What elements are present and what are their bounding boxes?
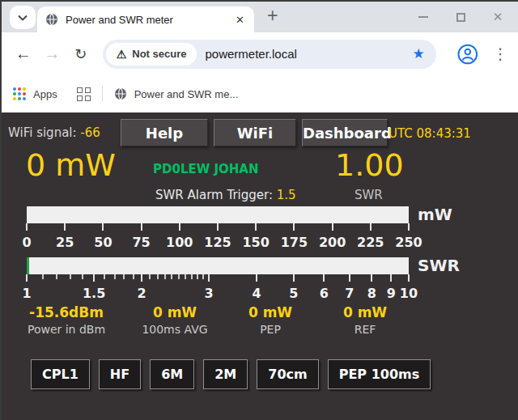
meter-major-tick: [293, 274, 295, 282]
meter-minor-tick: [123, 274, 125, 279]
active-tab[interactable]: Power and SWR meter ✕: [37, 6, 254, 32]
meter-tick-label: 125: [204, 235, 231, 250]
callsign: PD0LEW JOHAN: [153, 162, 259, 176]
meter-major-tick: [208, 274, 210, 282]
wifi-signal-label: WiFi signal:: [8, 125, 77, 140]
stat-value: 0 mW: [343, 304, 387, 320]
meter-tick-label: 10: [400, 286, 418, 301]
meter-tick-label: 250: [395, 235, 422, 250]
swr-meter: 11.52345678910SWR: [27, 257, 409, 302]
utc-clock: UTC 08:43:31: [388, 126, 471, 141]
maximize-button[interactable]: [442, 2, 479, 32]
chevron-down-icon: [18, 15, 28, 21]
bookmark-item[interactable]: Power and SWR me...: [114, 87, 239, 100]
apps-label[interactable]: Apps: [33, 88, 57, 100]
meter-major-tick: [64, 223, 66, 231]
browser-window: Power and SWR meter ✕ + ✕ ← → ↻ ⚠ Not se…: [0, 0, 518, 420]
warning-icon: ⚠: [117, 48, 127, 61]
new-tab-button[interactable]: +: [267, 5, 278, 27]
meter-tick-label: 1: [22, 286, 31, 301]
header-button-wifi[interactable]: WiFi: [214, 119, 296, 146]
header-buttons: HelpWiFiDashboard: [121, 119, 388, 146]
not-secure-label: Not secure: [132, 48, 186, 60]
meter-minor-tick: [70, 274, 71, 279]
meter-minor-tick: [104, 274, 105, 279]
tab-title: Power and SWR meter: [66, 14, 227, 26]
stat-label: PEP: [248, 323, 292, 336]
browser-toolbar: ← → ↻ ⚠ Not secure powermeter.local ★ ⋮: [2, 32, 518, 75]
swr-value: 1.00: [335, 147, 404, 183]
bookmark-title: Power and SWR me...: [134, 88, 239, 100]
meter-minor-tick: [202, 274, 204, 279]
meter-unit-label: SWR: [418, 257, 460, 274]
menu-kebab-icon[interactable]: ⋮: [492, 45, 508, 63]
header-button-help[interactable]: Help: [121, 119, 208, 146]
stat-100ms-avg: 0 mW100ms AVG: [142, 304, 207, 336]
profile-icon[interactable]: [457, 44, 478, 65]
tab-strip: Power and SWR meter ✕ + ✕: [2, 2, 518, 32]
url-text[interactable]: powermeter.local: [205, 47, 412, 61]
reading-list-grid-icon[interactable]: [77, 87, 91, 101]
meter-tick-label: 7: [345, 286, 354, 301]
header-button-dashboard[interactable]: Dashboard: [302, 119, 388, 146]
globe-favicon-icon: [45, 13, 58, 26]
meter-minor-tick: [171, 274, 172, 279]
tab-close-icon[interactable]: ✕: [234, 14, 246, 26]
band-button-cpl1[interactable]: CPL1: [31, 359, 90, 389]
stat-ref: 0 mWREF: [343, 304, 387, 336]
meter-tick-label: 8: [367, 286, 376, 301]
meter-tick-label: 1.5: [83, 286, 105, 301]
close-window-button[interactable]: ✕: [479, 2, 516, 32]
meter-bar: [27, 206, 409, 223]
meter-minor-tick: [42, 274, 44, 279]
band-button-70cm[interactable]: 70cm: [257, 359, 318, 389]
close-icon: ✕: [493, 10, 503, 24]
meter-tick-labels: 0255075100125150175200225250: [27, 235, 409, 251]
bookmark-star-icon[interactable]: ★: [412, 45, 424, 62]
meter-unit-label: mW: [418, 206, 452, 223]
wifi-signal: WiFi signal: -66: [8, 125, 100, 140]
meter-minor-tick: [149, 274, 151, 279]
meter-tick-label: 75: [132, 235, 150, 250]
meter-tick-label: 175: [281, 235, 308, 250]
meter-major-tick: [93, 274, 95, 282]
band-buttons: CPL1HF6M2M70cmPEP 100ms: [31, 359, 431, 389]
meter-minor-tick: [114, 274, 116, 279]
minimize-button[interactable]: [405, 2, 442, 32]
meter-major-tick: [141, 274, 142, 282]
band-button-hf[interactable]: HF: [99, 359, 141, 389]
band-button-6m[interactable]: 6M: [150, 359, 194, 389]
meter-tick-label: 2: [138, 286, 146, 301]
meter-ticks: [27, 223, 409, 232]
meter-minor-tick: [185, 274, 186, 279]
globe-bookmark-icon: [114, 87, 127, 100]
meter-tick-labels: 11.52345678910: [27, 286, 409, 302]
back-button[interactable]: ←: [11, 45, 36, 63]
apps-grid-icon[interactable]: [13, 87, 26, 100]
address-bar[interactable]: ⚠ Not secure powermeter.local ★: [103, 40, 436, 69]
stat-label: 100ms AVG: [142, 323, 207, 336]
meter-minor-tick: [197, 274, 198, 279]
meter-bar: [27, 257, 409, 274]
meter-tick-label: 0: [22, 235, 31, 250]
band-button-2m[interactable]: 2M: [203, 359, 248, 389]
meter-tick-label: 100: [166, 235, 193, 250]
reload-button[interactable]: ↻: [69, 45, 93, 63]
power-value: 0 mW: [26, 147, 116, 183]
tab-search-button[interactable]: [10, 6, 36, 29]
meter-major-tick: [332, 223, 333, 231]
forward-button[interactable]: →: [40, 45, 65, 63]
bookmarks-bar: Apps Power and SWR me...: [2, 75, 518, 112]
meter-major-tick: [408, 274, 410, 282]
meter-tick-label: 3: [205, 286, 214, 301]
meter-major-tick: [217, 223, 219, 231]
maximize-icon: [456, 13, 465, 22]
stat-label: Power in dBm: [28, 323, 105, 336]
meter-tick-label: 9: [387, 286, 396, 301]
bookmarks-divider: [102, 86, 103, 102]
stats-row: -15.6dBmPower in dBm0 mW100ms AVG0 mWPEP…: [2, 304, 518, 338]
meter-minor-tick: [56, 274, 57, 279]
meter-major-tick: [141, 223, 142, 231]
band-button-pep-100ms[interactable]: PEP 100ms: [328, 359, 431, 389]
not-secure-chip[interactable]: ⚠ Not secure: [106, 43, 197, 66]
